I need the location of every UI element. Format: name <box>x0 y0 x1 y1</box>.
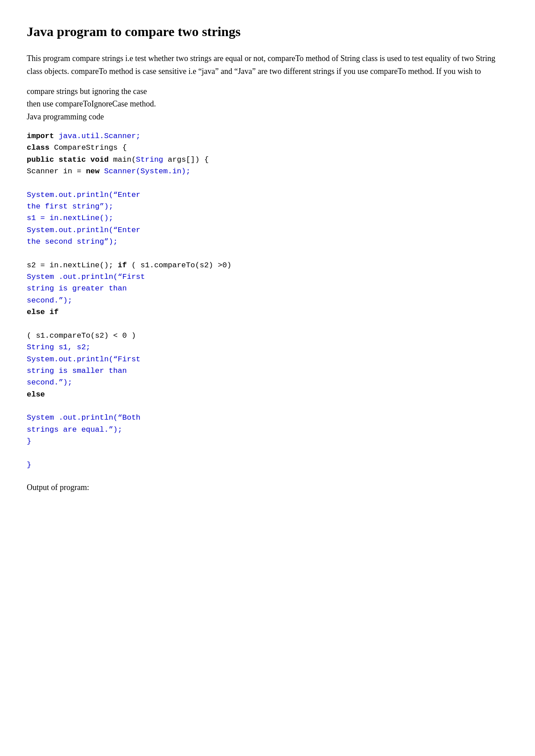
compare-line2: then use compareToIgnoreCase method. <box>27 99 156 108</box>
compare-line3: Java programming code <box>27 112 104 121</box>
compare-line1: compare strings but ignoring the case <box>27 87 147 96</box>
code-block: import java.util.Scanner; class CompareS… <box>27 131 508 471</box>
output-label: Output of program: <box>27 482 508 494</box>
compare-text: compare strings but ignoring the case th… <box>27 85 508 123</box>
page-title: Java program to compare two strings <box>27 21 508 41</box>
intro-paragraph: This program compare strings i.e test wh… <box>27 52 508 78</box>
